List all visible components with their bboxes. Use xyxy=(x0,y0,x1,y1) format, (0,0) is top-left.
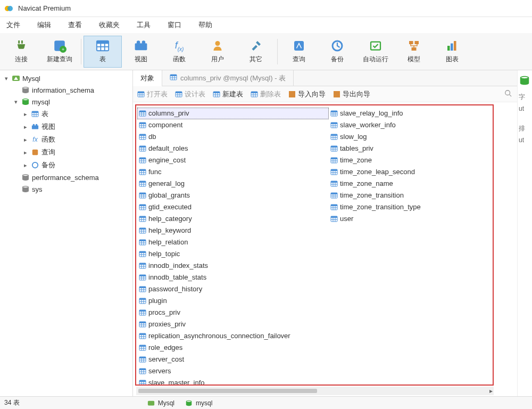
scrollbar-thumb[interactable] xyxy=(138,389,317,393)
table-item[interactable]: component xyxy=(137,119,329,131)
export-wizard-button[interactable]: 导出向导 xyxy=(333,89,370,99)
table-item[interactable]: innodb_index_stats xyxy=(137,260,329,272)
tree-connection-mysql[interactable]: ▾ Mysql xyxy=(0,72,132,84)
menu-tool[interactable]: 工具 xyxy=(135,18,153,32)
table-item[interactable]: time_zone_name xyxy=(329,178,494,190)
table-item[interactable]: time_zone_leap_second xyxy=(329,166,494,178)
table-item[interactable]: help_topic xyxy=(137,248,329,260)
table-item[interactable]: tables_priv xyxy=(329,143,494,154)
table-item[interactable]: engine_cost xyxy=(137,154,329,166)
table-item[interactable]: innodb_table_stats xyxy=(137,272,329,283)
open-table-button[interactable]: 打开表 xyxy=(137,89,168,99)
autorun-button[interactable]: 自动运行 xyxy=(356,36,395,68)
function-button[interactable]: f(x) 函数 xyxy=(160,36,198,68)
table-item[interactable]: slave_master_info xyxy=(137,377,329,386)
table-item[interactable]: help_relation xyxy=(137,236,329,248)
table-item[interactable]: time_zone_transition xyxy=(329,190,494,201)
svg-point-13 xyxy=(215,41,220,46)
table-item[interactable]: slave_worker_info xyxy=(329,119,494,131)
connect-button[interactable]: 连接 xyxy=(2,36,40,68)
tree-db-mysql[interactable]: ▾ mysql xyxy=(0,96,132,108)
tree-item-views[interactable]: ▸ 视图 xyxy=(0,120,132,133)
table-item[interactable]: slave_relay_log_info xyxy=(329,108,494,119)
model-button[interactable]: 模型 xyxy=(395,36,433,68)
tree-item-functions[interactable]: ▸ fx 函数 xyxy=(0,133,132,146)
twisty-right-icon[interactable]: ▸ xyxy=(22,111,29,118)
sidebar[interactable]: ▾ Mysql information_schema ▾ mysql ▸ 表 ▸… xyxy=(0,70,133,396)
table-item[interactable]: password_history xyxy=(137,283,329,295)
table-button[interactable]: 表 xyxy=(84,36,122,68)
view-button[interactable]: 视图 xyxy=(122,36,160,68)
menu-file[interactable]: 文件 xyxy=(4,18,22,32)
table-item[interactable]: procs_priv xyxy=(137,307,329,318)
twisty-right-icon[interactable]: ▸ xyxy=(22,149,29,156)
table-item[interactable]: general_log xyxy=(137,178,329,190)
table-item[interactable]: user xyxy=(329,213,494,225)
tree-item-queries[interactable]: ▸ 查询 xyxy=(0,146,132,159)
table-item[interactable]: replication_asynchronous_connection_fail… xyxy=(137,330,329,342)
app-title: Navicat Premium xyxy=(18,4,71,12)
twisty-right-icon[interactable]: ▸ xyxy=(22,136,29,143)
table-item[interactable]: time_zone xyxy=(329,154,494,166)
table-item[interactable]: db xyxy=(137,131,329,143)
svg-point-31 xyxy=(505,91,510,95)
table-item[interactable]: role_edges xyxy=(137,342,329,354)
table-item[interactable]: servers xyxy=(137,365,329,377)
tree-db-performance-schema[interactable]: performance_schema xyxy=(0,171,132,183)
chart-button[interactable]: 图表 xyxy=(433,36,471,68)
connection-icon xyxy=(12,74,20,83)
twisty-down-icon[interactable]: ▾ xyxy=(3,75,10,82)
table-item[interactable]: proxies_priv xyxy=(137,318,329,330)
import-wizard-button[interactable]: 导入向导 xyxy=(288,89,326,99)
menubar: 文件 编辑 查看 收藏夹 工具 窗口 帮助 xyxy=(0,17,532,33)
table-item[interactable]: slow_log xyxy=(329,131,494,143)
new-table-button[interactable]: 新建表 xyxy=(213,89,243,99)
tree-db-information-schema[interactable]: information_schema xyxy=(0,84,132,96)
search-icon[interactable] xyxy=(504,89,512,99)
table-item[interactable]: help_category xyxy=(137,213,329,225)
other-button[interactable]: 其它 xyxy=(237,36,275,68)
tab-objects[interactable]: 对象 xyxy=(133,70,162,86)
menu-favorite[interactable]: 收藏夹 xyxy=(97,18,122,32)
table-item[interactable]: global_grants xyxy=(137,190,329,201)
twisty-right-icon[interactable]: ▸ xyxy=(22,162,29,169)
tree-db-sys[interactable]: sys xyxy=(0,183,132,195)
table-item[interactable]: func xyxy=(137,166,329,178)
table-item[interactable]: server_cost xyxy=(137,354,329,365)
table-list[interactable]: columns_privcomponentdbdefault_rolesengi… xyxy=(135,104,494,386)
query-button[interactable]: 查询 xyxy=(280,36,318,68)
menu-help[interactable]: 帮助 xyxy=(196,18,214,32)
tree-item-tables[interactable]: ▸ 表 xyxy=(0,108,132,120)
tab-columns-priv[interactable]: columns_priv @mysql (Mysql) - 表 xyxy=(162,70,294,86)
backup-icon xyxy=(31,161,39,169)
table-item[interactable]: plugin xyxy=(137,295,329,307)
table-item[interactable]: default_roles xyxy=(137,143,329,154)
horizontal-scrollbar[interactable]: ▸ xyxy=(136,387,494,395)
user-button[interactable]: 用户 xyxy=(198,36,237,68)
svg-line-32 xyxy=(510,95,512,97)
tree-connection-label: Mysql xyxy=(22,75,40,83)
design-table-button[interactable]: 设计表 xyxy=(175,89,205,99)
titlebar: Navicat Premium xyxy=(0,0,532,17)
function-label: 函数 xyxy=(173,55,186,64)
table-item[interactable]: help_keyword xyxy=(137,225,329,236)
twisty-down-icon[interactable]: ▾ xyxy=(13,99,19,105)
table-item[interactable]: time_zone_transition_type xyxy=(329,201,494,213)
table-icon xyxy=(31,110,39,118)
database-icon xyxy=(21,173,30,182)
tree-item-backups[interactable]: ▸ 备份 xyxy=(0,159,132,171)
content: columns_privcomponentdbdefault_rolesengi… xyxy=(133,102,517,396)
menu-edit[interactable]: 编辑 xyxy=(35,18,53,32)
menu-window[interactable]: 窗口 xyxy=(165,18,184,32)
twisty-right-icon[interactable]: ▸ xyxy=(22,124,29,130)
backup-button[interactable]: 备份 xyxy=(318,36,356,68)
svg-point-12 xyxy=(142,40,146,44)
scroll-right-icon[interactable]: ▸ xyxy=(489,387,493,395)
new-query-button[interactable]: + 新建查询 xyxy=(40,36,79,68)
delete-table-button[interactable]: 删除表 xyxy=(251,89,281,99)
menu-view[interactable]: 查看 xyxy=(66,18,84,32)
table-item[interactable]: columns_priv xyxy=(137,108,329,119)
view-icon xyxy=(134,39,148,53)
table-item[interactable]: gtid_executed xyxy=(137,201,329,213)
svg-rect-18 xyxy=(415,41,419,44)
